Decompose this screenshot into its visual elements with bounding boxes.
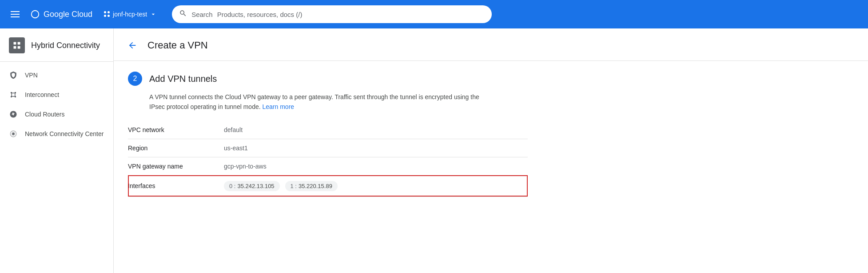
back-button[interactable] [124, 37, 140, 53]
search-bar[interactable]: Search Products, resources, docs (/) [172, 5, 492, 23]
interface-num-0: 0 : [229, 183, 235, 189]
value-gateway-name: gcp-vpn-to-aws [217, 157, 528, 175]
sidebar-item-cloud-routers[interactable]: Cloud Routers [0, 104, 113, 124]
interface-num-1: 1 : [291, 183, 297, 189]
value-interfaces: 0 : 35.242.13.105 1 : 35.220.15.89 [217, 175, 528, 197]
sidebar-item-vpn-label: VPN [25, 72, 38, 79]
svg-rect-2 [14, 46, 16, 49]
table-row: VPN gateway name gcp-vpn-to-aws [128, 157, 528, 175]
logo-text: Google Cloud [44, 10, 92, 19]
project-icon [104, 11, 110, 17]
project-selector[interactable]: jonf-hcp-test [100, 8, 161, 20]
step-badge: 2 [128, 72, 142, 86]
search-icon [179, 9, 187, 20]
learn-more-link[interactable]: Learn more [263, 103, 295, 110]
page-header: Create a VPN [114, 28, 868, 61]
sidebar-item-ncc[interactable]: Network Connectivity Center [0, 124, 113, 144]
label-vpc-network: VPC network [128, 121, 217, 139]
interfaces-row: Interfaces 0 : 35.242.13.105 1 : 35.220.… [128, 175, 528, 197]
svg-rect-3 [18, 46, 20, 49]
value-region: us-east1 [217, 139, 528, 157]
app-layout: Hybrid Connectivity VPN Interconnect [0, 28, 868, 273]
sidebar-nav: VPN Interconnect Cloud Routers [0, 62, 113, 147]
section-title: Add VPN tunnels [149, 74, 217, 84]
interconnect-icon [9, 90, 18, 99]
sidebar: Hybrid Connectivity VPN Interconnect [0, 28, 114, 273]
vpn-icon [9, 71, 18, 80]
project-name: jonf-hcp-test [113, 11, 147, 18]
ncc-icon [9, 129, 18, 138]
hybrid-connectivity-icon [9, 37, 25, 53]
info-table: VPC network default Region us-east1 VPN … [128, 121, 528, 197]
interface-ip-0: 35.242.13.105 [237, 183, 274, 189]
interface-badge-0: 0 : 35.242.13.105 [224, 181, 280, 191]
google-cloud-logo: Google Cloud [30, 9, 92, 19]
table-row: VPC network default [128, 121, 528, 139]
sidebar-item-vpn[interactable]: VPN [0, 65, 113, 85]
main-content: Create a VPN 2 Add VPN tunnels A VPN tun… [114, 28, 868, 273]
interface-ip-1: 35.220.15.89 [299, 183, 332, 189]
section-header: 2 Add VPN tunnels [128, 72, 854, 86]
sidebar-item-interconnect-label: Interconnect [25, 91, 59, 98]
search-label: Search [191, 11, 213, 18]
topbar: Google Cloud jonf-hcp-test Search Produc… [0, 0, 868, 28]
sidebar-item-interconnect[interactable]: Interconnect [0, 85, 113, 104]
svg-rect-1 [18, 42, 20, 45]
search-hint: Products, resources, docs (/) [217, 11, 303, 18]
cloud-routers-icon [9, 110, 18, 119]
label-interfaces: Interfaces [128, 175, 217, 197]
google-cloud-icon [30, 9, 40, 19]
interface-badge-1: 1 : 35.220.15.89 [285, 181, 338, 191]
label-gateway-name: VPN gateway name [128, 157, 217, 175]
section-description: A VPN tunnel connects the Cloud VPN gate… [128, 92, 492, 112]
sidebar-title: Hybrid Connectivity [31, 41, 100, 50]
svg-rect-0 [14, 42, 16, 45]
chevron-down-icon [150, 11, 157, 18]
value-vpc-network: default [217, 121, 528, 139]
sidebar-item-cloud-routers-label: Cloud Routers [25, 111, 65, 118]
page-title: Create a VPN [147, 40, 208, 51]
menu-button[interactable] [7, 8, 23, 21]
sidebar-item-ncc-label: Network Connectivity Center [25, 130, 104, 137]
table-row: Region us-east1 [128, 139, 528, 157]
sidebar-header: Hybrid Connectivity [0, 28, 113, 62]
content-body: 2 Add VPN tunnels A VPN tunnel connects … [114, 61, 868, 208]
label-region: Region [128, 139, 217, 157]
